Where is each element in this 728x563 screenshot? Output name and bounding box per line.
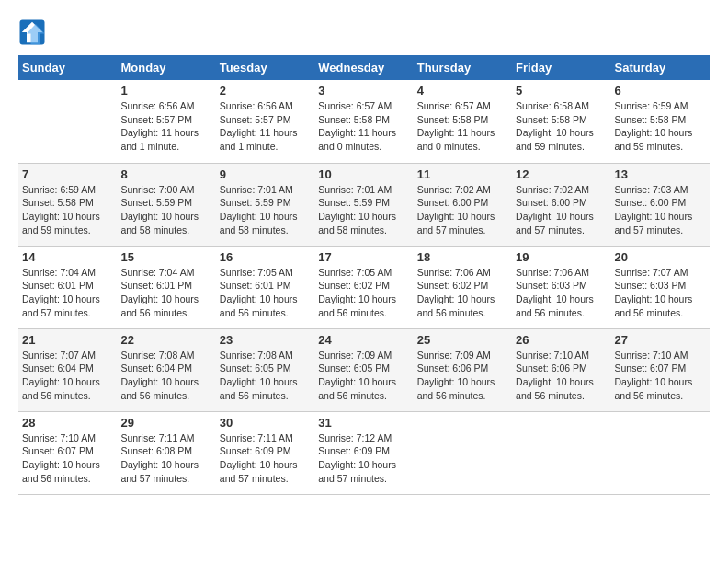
day-info: Sunrise: 7:11 AM Sunset: 6:08 PM Dayligh… xyxy=(120,431,211,486)
day-info: Sunrise: 7:05 AM Sunset: 6:01 PM Dayligh… xyxy=(220,266,311,320)
day-number: 1 xyxy=(120,84,211,98)
day-number: 24 xyxy=(318,333,409,347)
day-number: 13 xyxy=(615,167,706,181)
day-info: Sunrise: 6:56 AM Sunset: 5:57 PM Dayligh… xyxy=(220,99,311,154)
calendar-cell: 31Sunrise: 7:12 AM Sunset: 6:09 PM Dayli… xyxy=(314,411,413,494)
week-row-2: 7Sunrise: 6:59 AM Sunset: 5:58 PM Daylig… xyxy=(18,163,710,246)
day-number: 30 xyxy=(220,416,311,430)
day-number: 14 xyxy=(22,250,113,264)
day-number: 27 xyxy=(615,333,706,347)
weekday-header-thursday: Thursday xyxy=(414,55,512,80)
day-number: 21 xyxy=(22,333,113,347)
day-number: 18 xyxy=(417,250,508,264)
day-info: Sunrise: 6:59 AM Sunset: 5:58 PM Dayligh… xyxy=(22,183,113,237)
weekday-header-friday: Friday xyxy=(512,55,610,80)
day-info: Sunrise: 6:59 AM Sunset: 5:58 PM Dayligh… xyxy=(615,99,706,154)
calendar-cell: 11Sunrise: 7:02 AM Sunset: 6:00 PM Dayli… xyxy=(414,163,512,246)
day-info: Sunrise: 6:57 AM Sunset: 5:58 PM Dayligh… xyxy=(417,99,508,154)
day-number: 31 xyxy=(318,416,409,430)
day-number: 10 xyxy=(318,167,409,181)
day-info: Sunrise: 7:06 AM Sunset: 6:03 PM Dayligh… xyxy=(516,266,607,320)
week-row-1: 1Sunrise: 6:56 AM Sunset: 5:57 PM Daylig… xyxy=(18,80,710,163)
calendar-cell: 7Sunrise: 6:59 AM Sunset: 5:58 PM Daylig… xyxy=(18,163,117,246)
day-number: 11 xyxy=(417,167,508,181)
calendar-cell: 19Sunrise: 7:06 AM Sunset: 6:03 PM Dayli… xyxy=(512,246,610,328)
calendar-cell: 27Sunrise: 7:10 AM Sunset: 6:07 PM Dayli… xyxy=(611,328,710,411)
calendar-cell: 29Sunrise: 7:11 AM Sunset: 6:08 PM Dayli… xyxy=(117,411,215,494)
day-info: Sunrise: 7:07 AM Sunset: 6:03 PM Dayligh… xyxy=(615,266,706,320)
calendar-cell: 3Sunrise: 6:57 AM Sunset: 5:58 PM Daylig… xyxy=(314,80,413,163)
page-header xyxy=(18,18,710,46)
day-info: Sunrise: 6:58 AM Sunset: 5:58 PM Dayligh… xyxy=(516,99,607,154)
day-number: 20 xyxy=(615,250,706,264)
calendar-cell: 5Sunrise: 6:58 AM Sunset: 5:58 PM Daylig… xyxy=(512,80,610,163)
calendar-cell xyxy=(414,411,512,494)
day-info: Sunrise: 7:06 AM Sunset: 6:02 PM Dayligh… xyxy=(417,266,508,320)
calendar-cell: 16Sunrise: 7:05 AM Sunset: 6:01 PM Dayli… xyxy=(216,246,314,328)
calendar-cell: 15Sunrise: 7:04 AM Sunset: 6:01 PM Dayli… xyxy=(117,246,215,328)
calendar-cell xyxy=(611,411,710,494)
day-info: Sunrise: 7:09 AM Sunset: 6:06 PM Dayligh… xyxy=(417,349,508,403)
day-info: Sunrise: 7:01 AM Sunset: 5:59 PM Dayligh… xyxy=(220,183,311,237)
day-info: Sunrise: 7:07 AM Sunset: 6:04 PM Dayligh… xyxy=(22,349,113,403)
day-info: Sunrise: 7:10 AM Sunset: 6:07 PM Dayligh… xyxy=(615,349,706,403)
calendar-cell: 6Sunrise: 6:59 AM Sunset: 5:58 PM Daylig… xyxy=(611,80,710,163)
day-number: 5 xyxy=(516,84,607,98)
day-number: 26 xyxy=(516,333,607,347)
day-info: Sunrise: 7:12 AM Sunset: 6:09 PM Dayligh… xyxy=(318,431,409,486)
weekday-header-wednesday: Wednesday xyxy=(314,55,413,80)
calendar-cell xyxy=(18,80,117,163)
weekday-header-sunday: Sunday xyxy=(18,55,117,80)
week-row-3: 14Sunrise: 7:04 AM Sunset: 6:01 PM Dayli… xyxy=(18,246,710,328)
weekday-header-row: SundayMondayTuesdayWednesdayThursdayFrid… xyxy=(18,55,710,80)
day-info: Sunrise: 7:08 AM Sunset: 6:05 PM Dayligh… xyxy=(220,349,311,403)
week-row-5: 28Sunrise: 7:10 AM Sunset: 6:07 PM Dayli… xyxy=(18,411,710,494)
day-number: 15 xyxy=(120,250,211,264)
calendar-cell: 13Sunrise: 7:03 AM Sunset: 6:00 PM Dayli… xyxy=(611,163,710,246)
calendar-cell: 21Sunrise: 7:07 AM Sunset: 6:04 PM Dayli… xyxy=(18,328,117,411)
day-info: Sunrise: 7:10 AM Sunset: 6:07 PM Dayligh… xyxy=(22,431,113,486)
calendar-cell: 28Sunrise: 7:10 AM Sunset: 6:07 PM Dayli… xyxy=(18,411,117,494)
calendar-table: SundayMondayTuesdayWednesdayThursdayFrid… xyxy=(18,55,710,495)
day-number: 17 xyxy=(318,250,409,264)
day-info: Sunrise: 7:10 AM Sunset: 6:06 PM Dayligh… xyxy=(516,349,607,403)
day-number: 16 xyxy=(220,250,311,264)
day-number: 28 xyxy=(22,416,113,430)
calendar-cell: 9Sunrise: 7:01 AM Sunset: 5:59 PM Daylig… xyxy=(216,163,314,246)
calendar-cell: 20Sunrise: 7:07 AM Sunset: 6:03 PM Dayli… xyxy=(611,246,710,328)
week-row-4: 21Sunrise: 7:07 AM Sunset: 6:04 PM Dayli… xyxy=(18,328,710,411)
weekday-header-monday: Monday xyxy=(117,55,215,80)
day-number: 6 xyxy=(615,84,706,98)
calendar-cell: 25Sunrise: 7:09 AM Sunset: 6:06 PM Dayli… xyxy=(414,328,512,411)
day-number: 9 xyxy=(220,167,311,181)
day-number: 7 xyxy=(22,167,113,181)
day-number: 19 xyxy=(516,250,607,264)
day-info: Sunrise: 7:02 AM Sunset: 6:00 PM Dayligh… xyxy=(516,183,607,237)
day-info: Sunrise: 6:57 AM Sunset: 5:58 PM Dayligh… xyxy=(318,99,409,154)
day-info: Sunrise: 7:00 AM Sunset: 5:59 PM Dayligh… xyxy=(120,183,211,237)
day-number: 4 xyxy=(417,84,508,98)
logo-icon xyxy=(18,18,46,46)
day-number: 25 xyxy=(417,333,508,347)
day-info: Sunrise: 7:08 AM Sunset: 6:04 PM Dayligh… xyxy=(120,349,211,403)
weekday-header-tuesday: Tuesday xyxy=(216,55,314,80)
calendar-cell: 14Sunrise: 7:04 AM Sunset: 6:01 PM Dayli… xyxy=(18,246,117,328)
calendar-cell: 1Sunrise: 6:56 AM Sunset: 5:57 PM Daylig… xyxy=(117,80,215,163)
day-number: 8 xyxy=(120,167,211,181)
calendar-cell: 26Sunrise: 7:10 AM Sunset: 6:06 PM Dayli… xyxy=(512,328,610,411)
logo xyxy=(18,18,50,46)
day-info: Sunrise: 7:04 AM Sunset: 6:01 PM Dayligh… xyxy=(120,266,211,320)
day-number: 23 xyxy=(220,333,311,347)
day-info: Sunrise: 7:01 AM Sunset: 5:59 PM Dayligh… xyxy=(318,183,409,237)
calendar-cell: 17Sunrise: 7:05 AM Sunset: 6:02 PM Dayli… xyxy=(314,246,413,328)
day-info: Sunrise: 7:11 AM Sunset: 6:09 PM Dayligh… xyxy=(220,431,311,486)
day-number: 2 xyxy=(220,84,311,98)
calendar-cell: 2Sunrise: 6:56 AM Sunset: 5:57 PM Daylig… xyxy=(216,80,314,163)
calendar-cell: 8Sunrise: 7:00 AM Sunset: 5:59 PM Daylig… xyxy=(117,163,215,246)
calendar-cell: 4Sunrise: 6:57 AM Sunset: 5:58 PM Daylig… xyxy=(414,80,512,163)
day-number: 22 xyxy=(120,333,211,347)
calendar-cell xyxy=(512,411,610,494)
calendar-cell: 30Sunrise: 7:11 AM Sunset: 6:09 PM Dayli… xyxy=(216,411,314,494)
calendar-cell: 22Sunrise: 7:08 AM Sunset: 6:04 PM Dayli… xyxy=(117,328,215,411)
weekday-header-saturday: Saturday xyxy=(611,55,710,80)
